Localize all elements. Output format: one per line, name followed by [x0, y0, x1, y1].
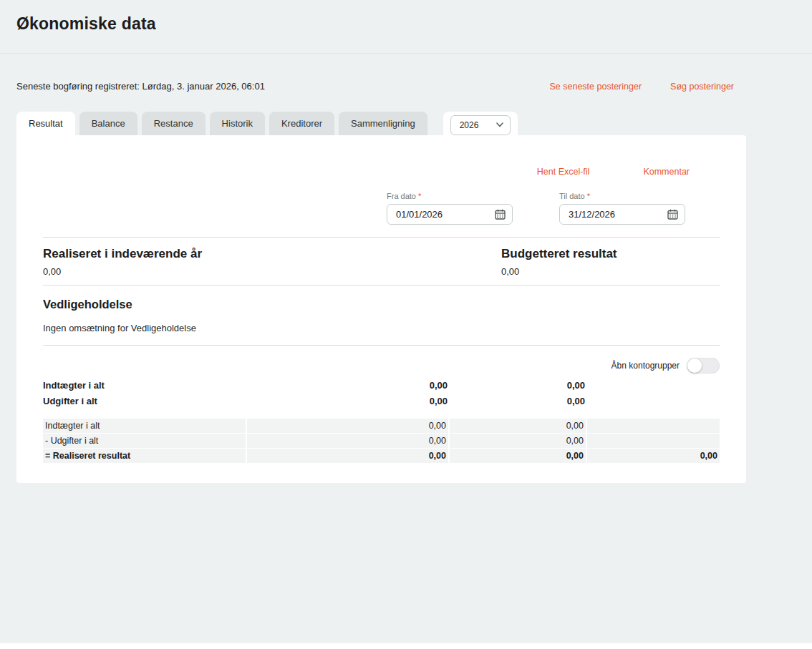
row-result-col3: 0,00 [587, 449, 720, 463]
table-row: Udgifter i alt 0,00 0,00 [43, 393, 720, 409]
tab-kreditorer[interactable]: Kreditorer [269, 112, 334, 135]
required-asterisk: * [587, 192, 590, 200]
row-income-col2: 0,00 [450, 419, 587, 433]
download-excel-link[interactable]: Hent Excel-fil [537, 167, 590, 177]
totals-expenses-col1: 0,00 [247, 396, 450, 406]
from-date-field-group: Fra dato * [387, 192, 513, 225]
comment-link[interactable]: Kommentar [643, 167, 690, 177]
calendar-icon[interactable] [667, 209, 678, 220]
year-select-holder: 2026 [443, 112, 518, 139]
table-row: Indtægter i alt 0,00 0,00 [43, 419, 720, 433]
summary-row: Realiseret i indeværende år 0,00 Budgett… [43, 247, 720, 277]
status-links: Se seneste posteringer Søg posteringer [550, 82, 735, 92]
row-expenses-col2: 0,00 [450, 434, 587, 448]
section-title: Vedligeholdelse [43, 298, 720, 311]
totals-expenses-col2: 0,00 [450, 396, 587, 406]
to-date-input[interactable] [559, 204, 685, 225]
account-groups-toggle-label: Åbn kontogrupper [612, 361, 680, 371]
row-expenses-label: - Udgifter i alt [43, 434, 247, 448]
account-groups-toggle[interactable] [687, 358, 720, 374]
section-empty-message: Ingen omsætning for Vedligeholdelse [43, 323, 720, 333]
page-title: Økonomiske data [16, 14, 812, 34]
budget-summary: Budgetteret resultat 0,00 [501, 247, 617, 277]
divider [43, 345, 720, 346]
see-latest-postings-link[interactable]: Se seneste posteringer [550, 82, 642, 92]
result-table: Indtægter i alt 0,00 0,00 - Udgifter i a… [43, 419, 720, 463]
row-result-col1: 0,00 [247, 449, 450, 463]
realized-title: Realiseret i indeværende år [43, 247, 501, 261]
page-header: Økonomiske data [0, 0, 812, 54]
last-posting-text: Seneste bogføring registreret: Lørdag, 3… [16, 81, 265, 92]
year-select[interactable]: 2026 [450, 115, 511, 135]
table-row: Indtægter i alt 0,00 0,00 [43, 377, 720, 393]
row-expenses-col1: 0,00 [247, 434, 450, 448]
account-groups-toggle-row: Åbn kontogrupper [43, 357, 720, 374]
status-bar: Seneste bogføring registreret: Lørdag, 3… [0, 54, 812, 92]
tab-restance[interactable]: Restance [142, 112, 206, 135]
to-date-label: Til dato * [559, 192, 685, 200]
tab-balance[interactable]: Balance [79, 112, 137, 135]
from-date-value[interactable] [396, 209, 475, 220]
totals-expenses-label: Udgifter i alt [43, 396, 247, 406]
row-income-col1: 0,00 [247, 419, 450, 433]
bottom-strip [0, 643, 812, 649]
table-row: = Realiseret resultat 0,00 0,00 0,00 [43, 449, 720, 463]
from-date-label-text: Fra dato [387, 192, 416, 200]
realized-summary: Realiseret i indeværende år 0,00 [43, 247, 501, 277]
required-asterisk: * [418, 192, 421, 200]
budget-value: 0,00 [501, 266, 617, 277]
row-expenses-col3 [587, 434, 720, 448]
tab-sammenligning[interactable]: Sammenligning [339, 112, 427, 135]
totals-income-col2: 0,00 [450, 380, 587, 391]
date-range-row: Fra dato * Til dato * [387, 192, 720, 225]
row-income-label: Indtægter i alt [43, 419, 247, 433]
tab-bar: Resultat Balance Restance Historik Kredi… [16, 112, 812, 135]
from-date-label: Fra dato * [387, 192, 513, 200]
tab-resultat[interactable]: Resultat [16, 112, 75, 135]
table-row: - Udgifter i alt 0,00 0,00 [43, 434, 720, 448]
from-date-input[interactable] [387, 204, 513, 225]
resultat-panel: Hent Excel-fil Kommentar Fra dato * Til … [16, 135, 746, 483]
panel-links: Hent Excel-fil Kommentar [43, 135, 720, 177]
to-date-value[interactable] [569, 209, 647, 220]
totals-section: Indtægter i alt 0,00 0,00 Udgifter i alt… [43, 377, 720, 409]
totals-income-label: Indtægter i alt [43, 380, 247, 391]
row-result-label: = Realiseret resultat [43, 449, 247, 463]
to-date-label-text: Til dato [559, 192, 585, 200]
realized-value: 0,00 [43, 266, 501, 277]
row-result-col2: 0,00 [450, 449, 587, 463]
toggle-knob [687, 358, 702, 373]
totals-income-col1: 0,00 [247, 380, 450, 391]
calendar-icon[interactable] [495, 209, 506, 220]
search-postings-link[interactable]: Søg posteringer [670, 82, 734, 92]
chevron-down-icon [496, 122, 503, 129]
budget-title: Budgetteret resultat [501, 247, 617, 261]
to-date-field-group: Til dato * [559, 192, 685, 225]
row-income-col3 [587, 419, 720, 433]
year-select-value: 2026 [460, 120, 479, 130]
divider [43, 285, 720, 286]
divider [43, 237, 720, 238]
tab-historik[interactable]: Historik [210, 112, 265, 135]
